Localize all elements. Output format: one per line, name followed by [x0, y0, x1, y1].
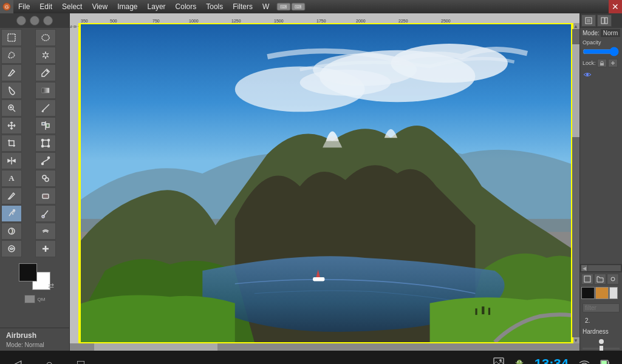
- color-area: ⇄ QM: [0, 258, 69, 307]
- brush-preview: [580, 337, 622, 346]
- svg-rect-39: [475, 308, 477, 315]
- menu-colors[interactable]: Colors: [171, 1, 202, 12]
- android-navbar: ◁ ○ □ 13:34: [0, 351, 622, 364]
- close-button[interactable]: ✕: [609, 0, 622, 13]
- color-swatches: [580, 286, 622, 300]
- panel-icon-2[interactable]: [597, 15, 612, 27]
- paint-tool[interactable]: [1, 64, 22, 81]
- menu-edit[interactable]: Edit: [35, 1, 57, 12]
- svg-point-8: [47, 70, 48, 72]
- layer-visibility-icon[interactable]: [583, 70, 592, 79]
- android-mascot-icon: [514, 357, 525, 364]
- back-button[interactable]: ◁: [12, 357, 21, 364]
- filter-input[interactable]: [583, 303, 620, 312]
- swap-colors[interactable]: ⇄: [48, 281, 54, 290]
- recent-apps-button[interactable]: □: [77, 357, 84, 365]
- measure-tool[interactable]: [35, 99, 56, 116]
- menu-layer[interactable]: Layer: [143, 1, 171, 12]
- hscroll-row: [70, 343, 579, 351]
- menu-tools[interactable]: Tools: [201, 1, 228, 12]
- new-layer-btn[interactable]: [581, 274, 593, 285]
- scroll-controls: ◀: [580, 264, 622, 272]
- paths-tool[interactable]: [35, 152, 56, 169]
- toolbar: A: [0, 13, 70, 351]
- heal-tool[interactable]: [35, 240, 56, 257]
- panel-control-buttons: [580, 272, 622, 286]
- menu-select[interactable]: Select: [57, 1, 87, 12]
- rectangle-select-tool[interactable]: [1, 29, 22, 46]
- canvas-viewport[interactable]: [80, 23, 572, 343]
- svg-point-27: [13, 210, 15, 212]
- svg-rect-42: [587, 19, 590, 22]
- svg-line-11: [13, 109, 15, 112]
- lock-row: Lock:: [580, 58, 622, 69]
- mode-value: Norm: [601, 29, 620, 37]
- toolbar-top: [0, 13, 69, 28]
- extra-swatch[interactable]: [609, 287, 618, 299]
- brush-name-label: 2. Hardness: [583, 317, 611, 335]
- svg-point-7: [42, 35, 49, 41]
- vertical-scrollbar[interactable]: ▲ ▼: [572, 23, 579, 343]
- svg-point-46: [586, 73, 589, 76]
- dodge-burn-tool[interactable]: [1, 223, 22, 240]
- pencil-tool[interactable]: [1, 187, 22, 204]
- settings-btn[interactable]: [607, 274, 619, 285]
- zoom-tool[interactable]: [1, 99, 22, 116]
- crop-tool[interactable]: [1, 135, 22, 152]
- svg-rect-44: [605, 18, 607, 24]
- text-tool[interactable]: A: [1, 170, 22, 187]
- toolbar-circle-1: [16, 16, 26, 25]
- align-tool[interactable]: [35, 117, 56, 134]
- svg-point-25: [45, 178, 49, 181]
- ink-tool[interactable]: [35, 205, 56, 222]
- mode-display: Mode: Norm: [580, 28, 622, 38]
- blend-tool[interactable]: [35, 82, 56, 99]
- toolbar-circle-3: [43, 16, 53, 25]
- fuzzy-select-tool[interactable]: [35, 47, 56, 64]
- bucket-fill-tool[interactable]: [1, 82, 22, 99]
- svg-line-54: [522, 362, 523, 363]
- toolbar-circle-2: [30, 16, 39, 25]
- open-folder-btn[interactable]: [594, 274, 606, 285]
- hardness-row: [580, 346, 622, 351]
- horizontal-scrollbar[interactable]: [80, 343, 572, 351]
- svg-text:G: G: [5, 4, 9, 10]
- lock-alpha-btn[interactable]: [597, 59, 607, 67]
- clone-tool[interactable]: [35, 170, 56, 187]
- svg-point-48: [611, 277, 615, 281]
- color-picker-tool[interactable]: [35, 64, 56, 81]
- convolve-tool[interactable]: [1, 240, 22, 257]
- svg-rect-37: [313, 277, 324, 281]
- svg-rect-58: [608, 362, 609, 364]
- menu-w[interactable]: W: [258, 1, 274, 12]
- eraser-tool[interactable]: [35, 187, 56, 204]
- airbrush-tool[interactable]: [1, 205, 22, 222]
- battery-icon: [600, 358, 610, 364]
- menu-file[interactable]: File: [13, 1, 35, 12]
- ellipse-select-tool[interactable]: [35, 29, 56, 46]
- panel-icon-1[interactable]: [581, 15, 596, 27]
- smudge-tool[interactable]: [35, 223, 56, 240]
- lock-position-btn[interactable]: [608, 59, 618, 67]
- svg-point-28: [42, 215, 44, 218]
- home-button[interactable]: ○: [46, 357, 53, 365]
- move-tool[interactable]: [1, 117, 22, 134]
- svg-point-23: [47, 157, 49, 159]
- free-select-tool[interactable]: [1, 47, 22, 64]
- opacity-slider[interactable]: [583, 49, 619, 54]
- ruler-left: 1 2 3 4 5 6 7 8 9 10 11 12 13 14 15: [70, 23, 80, 343]
- transform-tool[interactable]: [35, 135, 56, 152]
- menu-view[interactable]: View: [87, 1, 112, 12]
- svg-point-50: [499, 359, 502, 362]
- flip-tool[interactable]: [1, 152, 22, 169]
- fg-swatch[interactable]: [581, 287, 595, 299]
- hardness-slider-thumb[interactable]: [600, 346, 603, 351]
- svg-rect-45: [600, 63, 604, 66]
- quick-mask[interactable]: [24, 295, 35, 303]
- menu-image[interactable]: Image: [112, 1, 142, 12]
- svg-point-22: [41, 163, 43, 165]
- foreground-color[interactable]: [19, 263, 37, 281]
- scroll-left-btn[interactable]: ◀: [581, 265, 587, 271]
- menu-filters[interactable]: Filters: [228, 1, 258, 12]
- bg-swatch[interactable]: [595, 287, 609, 299]
